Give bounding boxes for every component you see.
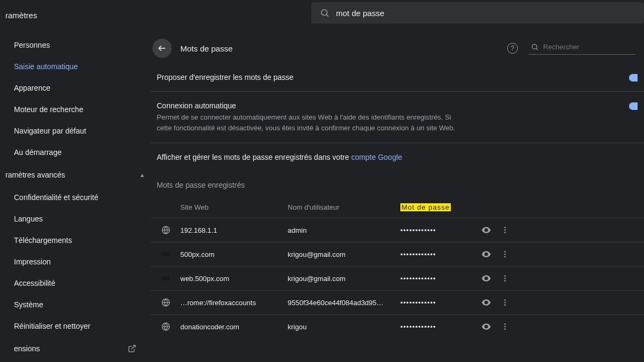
settings-search[interactable]: [311, 2, 644, 24]
google-account-link[interactable]: compte Google: [351, 153, 402, 161]
svg-point-19: [504, 280, 506, 282]
settings-search-input[interactable]: [336, 9, 635, 18]
password-cell: ••••••••••••: [400, 275, 475, 283]
globe-icon: [161, 322, 171, 331]
svg-point-25: [504, 304, 506, 306]
password-row[interactable]: 192.168.1.1admin••••••••••••: [150, 218, 644, 242]
svg-point-12: [485, 253, 487, 255]
site-cell: donationcoder.com: [180, 323, 288, 331]
svg-point-9: [504, 227, 506, 228]
sidebar-item[interactable]: Au démarrage: [0, 142, 150, 163]
svg-point-4: [532, 45, 537, 49]
show-password-button[interactable]: [475, 273, 497, 284]
svg-line-5: [536, 48, 538, 50]
sidebar-item[interactable]: Réinitialiser et nettoyer: [0, 315, 150, 337]
svg-line-1: [326, 14, 328, 16]
offer-save-toggle[interactable]: [629, 74, 638, 82]
offer-save-section: Proposer d'enregistrer les mots de passe: [150, 63, 644, 92]
sidebar-item[interactable]: Personnes: [0, 34, 150, 56]
back-button[interactable]: [152, 39, 172, 58]
site-favicon: [161, 276, 170, 280]
sidebar-item[interactable]: Téléchargements: [0, 230, 150, 251]
sidebar-item[interactable]: Moteur de recherche: [0, 99, 150, 120]
help-icon[interactable]: ?: [507, 43, 518, 54]
column-password: Mot de passe: [400, 203, 451, 211]
svg-point-15: [504, 256, 506, 257]
row-menu-button[interactable]: [497, 226, 513, 234]
site-cell: web.500px.com: [180, 275, 288, 283]
auto-signin-title: Connexion automatique: [157, 101, 629, 110]
svg-point-10: [504, 230, 506, 231]
main-content: Mots de passe ? Proposer d'enregistrer l…: [150, 30, 644, 362]
row-menu-button[interactable]: [497, 322, 513, 331]
app-title: ramètres: [0, 11, 150, 20]
sidebar-item[interactable]: Confidentialité et sécurité: [0, 187, 150, 208]
password-cell: ••••••••••••: [400, 226, 475, 234]
site-cell: 192.168.1.1: [180, 226, 288, 234]
show-password-button[interactable]: [475, 321, 497, 332]
show-password-button[interactable]: [475, 225, 497, 235]
svg-point-30: [504, 326, 506, 328]
google-link-prefix: Afficher et gérer les mots de passe enre…: [157, 153, 351, 161]
password-row[interactable]: web.500px.comkrigou@gmail.com•••••••••••…: [150, 266, 644, 290]
svg-point-18: [504, 278, 506, 279]
site-cell: …rome://firefoxaccounts: [180, 299, 288, 307]
username-cell: krigou: [288, 323, 400, 331]
svg-point-11: [504, 232, 506, 233]
sidebar-item[interactable]: Système: [0, 294, 150, 315]
row-menu-button[interactable]: [497, 250, 513, 258]
google-account-row: Afficher et gérer les mots de passe enre…: [150, 143, 644, 171]
extensions-link[interactable]: ensions: [0, 337, 150, 360]
row-menu-button[interactable]: [497, 298, 513, 307]
username-cell: admin: [288, 226, 400, 234]
sidebar-item[interactable]: Accessibilité: [0, 272, 150, 294]
column-user: Nom d'utilisateur: [288, 203, 400, 211]
svg-point-24: [504, 302, 506, 304]
svg-point-17: [504, 275, 506, 277]
advanced-header-label: ramètres avancés: [5, 171, 65, 179]
site-favicon: [161, 252, 170, 256]
auto-signin-section: Connexion automatique Permet de se conne…: [150, 92, 644, 143]
top-bar: ramètres: [0, 0, 644, 30]
auto-signin-toggle[interactable]: [629, 102, 638, 110]
svg-point-29: [504, 323, 506, 325]
svg-point-23: [504, 299, 506, 301]
row-menu-button[interactable]: [497, 274, 513, 283]
passwords-search-input[interactable]: [543, 43, 633, 51]
extensions-label: ensions: [14, 344, 40, 353]
offer-save-title: Proposer d'enregistrer les mots de passe: [157, 73, 629, 82]
username-cell: krigou@gmail.com: [288, 275, 400, 283]
sidebar: PersonnesSaisie automatiqueApparenceMote…: [0, 30, 150, 362]
password-cell: ••••••••••••: [400, 299, 475, 307]
page-header: Mots de passe ?: [150, 39, 644, 63]
search-icon: [320, 8, 330, 18]
sidebar-item[interactable]: Impression: [0, 251, 150, 272]
sidebar-item[interactable]: Langues: [0, 208, 150, 230]
username-cell: 9550f34e60ce44f084ad3d95…: [288, 299, 400, 307]
passwords-search[interactable]: [529, 42, 635, 55]
chevron-up-icon: ▲: [140, 172, 145, 178]
password-row[interactable]: 500px.comkrigou@gmail.com••••••••••••: [150, 242, 644, 266]
auto-signin-desc: Permet de se connecter automatiquement a…: [157, 112, 468, 133]
search-icon: [531, 43, 539, 51]
open-in-new-icon: [128, 344, 136, 353]
column-site: Site Web: [180, 203, 288, 211]
sidebar-item[interactable]: Apparence: [0, 77, 150, 99]
site-cell: 500px.com: [180, 250, 288, 258]
svg-point-31: [504, 328, 506, 330]
sidebar-item[interactable]: Navigateur par défaut: [0, 120, 150, 142]
svg-point-8: [485, 229, 487, 231]
globe-icon: [161, 225, 171, 235]
svg-point-0: [321, 10, 327, 16]
password-row[interactable]: donationcoder.comkrigou••••••••••••: [150, 314, 644, 338]
svg-point-16: [485, 277, 487, 279]
show-password-button[interactable]: [475, 297, 497, 308]
password-cell: ••••••••••••: [400, 250, 475, 258]
sidebar-item[interactable]: Saisie automatique: [0, 56, 150, 77]
password-row[interactable]: …rome://firefoxaccounts9550f34e60ce44f08…: [150, 290, 644, 314]
table-header: Site Web Nom d'utilisateur Mot de passe: [150, 197, 644, 218]
advanced-header[interactable]: ramètres avancés ▲: [0, 163, 150, 187]
globe-icon: [161, 298, 171, 307]
show-password-button[interactable]: [475, 249, 497, 260]
svg-point-28: [485, 326, 487, 327]
